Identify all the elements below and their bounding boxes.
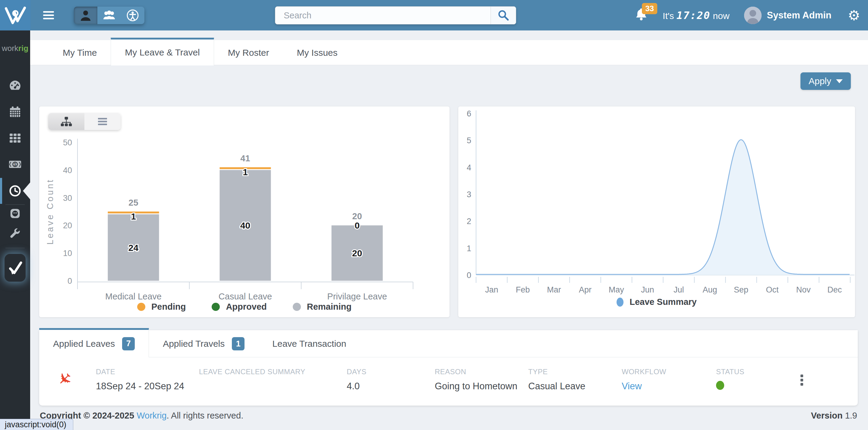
org-view-button[interactable] xyxy=(121,7,145,24)
leave-summary-chart-card: 0123456JanFebMarAprMayJunJulAugSepOctNov… xyxy=(458,106,855,317)
apply-button[interactable]: Apply xyxy=(801,72,851,90)
topbar-right-cluster: 33 It's 17:20 now System Admin ⚙ xyxy=(634,0,860,30)
clock-text: It's 17:20 now xyxy=(663,9,730,22)
status-dot xyxy=(716,381,724,390)
grid-icon xyxy=(8,132,22,144)
active-arrow xyxy=(23,182,30,199)
sidebar-item-support[interactable] xyxy=(0,203,30,225)
svg-text:25: 25 xyxy=(128,198,138,208)
svg-text:40: 40 xyxy=(240,220,250,231)
notification-count-badge: 33 xyxy=(642,3,657,14)
svg-text:6: 6 xyxy=(467,109,471,118)
tab-applied-leaves[interactable]: Applied Leaves 7 xyxy=(39,328,149,357)
svg-text:Oct: Oct xyxy=(766,285,779,294)
leave-summary-area-chart: 0123456JanFebMarAprMayJunJulAugSepOctNov… xyxy=(458,106,855,317)
team-view-button[interactable] xyxy=(97,7,121,24)
remaining-dot-icon xyxy=(293,303,301,311)
list-view-button[interactable] xyxy=(85,113,121,130)
leave-count-bar-chart: 01020304050Leave Count25124Medical Leave… xyxy=(39,106,450,317)
svg-text:Feb: Feb xyxy=(516,285,530,294)
svg-text:Mar: Mar xyxy=(547,285,561,294)
chart-view-button[interactable] xyxy=(48,113,85,130)
avatar[interactable] xyxy=(744,7,762,24)
search-button[interactable] xyxy=(491,7,516,24)
tab-leave-transaction[interactable]: Leave Transaction xyxy=(258,330,360,357)
workrig-wordmark: workrig xyxy=(0,44,30,53)
sidebar-item-time-active[interactable] xyxy=(0,178,30,204)
row-cell-cancel-summary: LEAVE CANCELED SUMMARY xyxy=(199,368,305,381)
notifications-button[interactable]: 33 xyxy=(634,8,648,23)
row-cell-reason: REASON Going to Hometown xyxy=(435,368,517,392)
bar-chart-legend: Pending Approved Remaining xyxy=(39,302,450,312)
svg-text:10: 10 xyxy=(63,249,72,258)
sitemap-icon xyxy=(60,116,73,128)
money-icon: 1 xyxy=(8,158,22,171)
top-navbar: 33 It's 17:20 now System Admin ⚙ xyxy=(0,0,868,30)
svg-text:20: 20 xyxy=(352,211,362,221)
legend-remaining[interactable]: Remaining xyxy=(293,302,351,312)
workrig-check-tile[interactable] xyxy=(4,254,26,282)
tab-my-leave-travel[interactable]: My Leave & Travel xyxy=(111,38,214,65)
tab-applied-travels[interactable]: Applied Travels 1 xyxy=(149,330,258,357)
sidebar-item-apps[interactable] xyxy=(0,125,30,151)
applied-travels-count-badge: 1 xyxy=(232,337,245,350)
tab-my-issues[interactable]: My Issues xyxy=(283,40,351,65)
tab-my-roster[interactable]: My Roster xyxy=(214,40,283,65)
workflow-view-link[interactable]: View xyxy=(622,381,666,392)
svg-text:1: 1 xyxy=(243,167,248,177)
tab-my-time[interactable]: My Time xyxy=(49,40,111,65)
legend-leave-summary[interactable]: Leave Summary xyxy=(617,297,696,307)
main-tabstrip: My Time My Leave & Travel My Roster My I… xyxy=(30,40,868,65)
svg-text:4: 4 xyxy=(467,163,471,172)
octocat-icon xyxy=(9,208,22,220)
pending-dot-icon xyxy=(137,303,145,311)
svg-text:Casual Leave: Casual Leave xyxy=(219,291,272,301)
row-cell-date: DATE 18Sep 24 - 20Sep 24 xyxy=(96,368,184,392)
avatar-silhouette-icon xyxy=(744,7,762,24)
svg-text:Sep: Sep xyxy=(734,285,748,294)
sidebar-item-dashboard[interactable] xyxy=(0,72,30,98)
svg-text:Jul: Jul xyxy=(674,285,684,294)
settings-gear-icon[interactable]: ⚙ xyxy=(848,8,860,22)
active-indicator-bar xyxy=(0,178,2,204)
chart-view-toggle xyxy=(48,113,121,130)
svg-text:0: 0 xyxy=(354,220,360,231)
footer-version: Version 1.9 xyxy=(811,411,857,421)
accessibility-icon xyxy=(126,9,139,22)
sidebar-item-tools[interactable] xyxy=(0,222,30,244)
leave-count-chart-card: 01020304050Leave Count25124Medical Leave… xyxy=(39,106,450,317)
workrig-footer-link[interactable]: Workrig xyxy=(136,411,166,420)
svg-text:1: 1 xyxy=(131,211,136,221)
legend-approved[interactable]: Approved xyxy=(212,302,267,312)
area-chart-legend: Leave Summary xyxy=(458,297,855,307)
global-search xyxy=(275,6,516,24)
legend-pending[interactable]: Pending xyxy=(137,302,186,312)
my-view-button[interactable] xyxy=(74,7,97,24)
apply-button-label: Apply xyxy=(809,76,831,86)
row-actions-menu[interactable] xyxy=(801,373,803,387)
row-cell-workflow: WORKFLOW View xyxy=(622,368,666,392)
wrench-icon xyxy=(9,227,22,239)
svg-text:Jun: Jun xyxy=(641,285,654,294)
calendar-icon xyxy=(8,105,22,119)
hamburger-menu-icon[interactable] xyxy=(43,9,54,21)
svg-text:5: 5 xyxy=(467,136,471,145)
sidebar-item-payroll[interactable]: 1 xyxy=(0,151,30,177)
sidebar-item-calendar[interactable] xyxy=(0,99,30,125)
svg-text:0: 0 xyxy=(467,271,471,280)
workrig-logo[interactable] xyxy=(0,0,30,30)
svg-text:May: May xyxy=(609,285,624,294)
svg-text:24: 24 xyxy=(128,243,139,253)
search-input[interactable] xyxy=(275,7,491,24)
browser-status-tooltip: javascript:void(0) xyxy=(0,419,73,430)
leave-row: ✈ DATE 18Sep 24 - 20Sep 24 LEAVE CANCELE… xyxy=(39,357,858,405)
approved-dot-icon xyxy=(212,303,220,311)
bottom-tabstrip: Applied Leaves 7 Applied Travels 1 Leave… xyxy=(39,330,858,357)
users-icon xyxy=(103,9,116,22)
caret-down-icon xyxy=(836,79,843,83)
svg-text:Nov: Nov xyxy=(796,285,811,294)
travel-plane-icon: ✈ xyxy=(53,367,77,391)
user-name[interactable]: System Admin xyxy=(767,10,832,21)
view-switcher xyxy=(74,7,145,24)
row-cell-status: STATUS xyxy=(716,368,744,390)
